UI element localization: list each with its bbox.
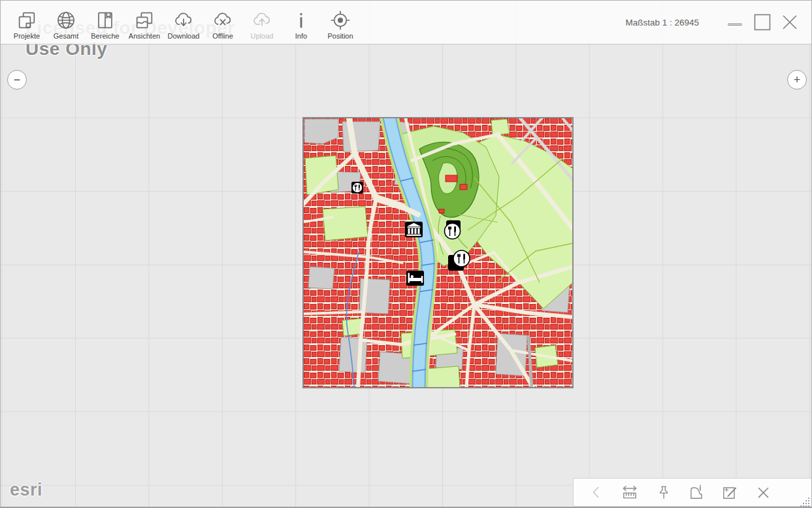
download-label: Download [168,32,200,40]
zoom-in-button[interactable]: + [787,70,807,90]
globe-icon [56,10,76,31]
close-panel-button[interactable] [755,484,771,501]
cloud-offline-icon [212,10,233,31]
toolbar-right: Maßstab 1 : 26945 [625,1,811,44]
close-icon [755,484,771,501]
zoom-out-button[interactable]: − [7,70,27,90]
regions-button[interactable]: Bereiche [86,1,125,44]
projects-button[interactable]: Projekte [7,1,46,44]
download-button[interactable]: Download [164,1,203,44]
views-button[interactable]: Ansichten [125,1,164,44]
poi-museum-icon[interactable] [405,222,423,237]
toolbar-buttons: Projekte Gesamt Bereiche [1,1,360,44]
identify-icon [688,484,705,501]
projects-icon [16,10,37,31]
cloud-download-icon [173,10,194,31]
zoom-out-glyph: − [14,73,21,86]
close-window-icon [781,13,799,31]
esri-logo: esri [10,480,42,500]
identify-button[interactable] [688,484,705,501]
back-button [588,484,605,501]
back-chevron-icon [588,484,605,501]
poi-restaurant-icon[interactable] [445,220,461,239]
overall-button[interactable]: Gesamt [46,1,86,44]
cloud-upload-icon [252,10,272,31]
maximize-icon [753,12,772,32]
edit-icon [721,484,738,501]
position-icon [330,10,351,31]
scale-indicator: Maßstab 1 : 26945 [625,18,699,27]
poi-restaurant-icon[interactable] [351,182,363,194]
views-label: Ansichten [129,32,160,40]
map-canvas[interactable] [302,117,574,388]
city-map [303,118,573,388]
areas-overview-label: Gesamt [54,32,79,40]
poi-hotel-icon[interactable] [406,271,424,286]
position-button[interactable]: Position [321,1,360,44]
offline-label: Offline [212,32,233,40]
upload-label: Upload [251,32,274,40]
minimize-button[interactable] [721,8,749,37]
measure-icon [621,484,638,501]
regions-label: Bereiche [91,32,119,40]
book-icon [95,10,116,31]
top-toolbar: Projekte Gesamt Bereiche [1,1,811,44]
close-window-button[interactable] [776,8,804,37]
edit-button[interactable] [721,484,738,501]
offline-button[interactable]: Offline [203,1,242,44]
measure-button[interactable] [621,484,638,501]
position-label: Position [327,32,353,40]
app-window: Licensed for Developer Use Only [0,0,812,508]
minimize-icon [726,14,743,31]
pin-button[interactable] [655,484,672,501]
views-icon [134,10,155,31]
info-icon [291,10,312,31]
info-button[interactable]: Info [282,1,321,44]
maximize-button[interactable] [749,8,776,37]
info-label: Info [295,32,307,40]
map-tools-panel [573,478,812,507]
upload-button: Upload [242,1,282,44]
zoom-in-glyph: + [794,73,801,86]
resize-grip-icon[interactable] [800,498,811,507]
pin-icon [655,484,672,501]
projects-label: Projekte [14,32,40,40]
